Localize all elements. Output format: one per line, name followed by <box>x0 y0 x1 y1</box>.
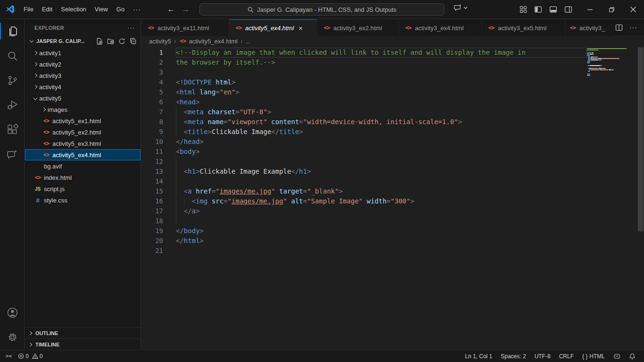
menu-overflow-button[interactable]: ··· <box>129 3 145 16</box>
forward-arrow-button[interactable]: → <box>182 5 190 14</box>
code-line-3[interactable]: 3 <box>141 67 644 77</box>
tab-activity5_ex4.html[interactable]: <>activity5_ex4.html× <box>229 19 317 36</box>
minimap-line <box>587 48 637 49</box>
cursor-position[interactable]: Ln 1, Col 1 <box>461 353 496 360</box>
tree-item-activity4[interactable]: activity4 <box>25 81 140 93</box>
code-line-20[interactable]: 20</html> <box>141 236 644 246</box>
indentation-setting[interactable]: Spaces: 2 <box>497 353 529 360</box>
code-line-21[interactable]: 21 <box>141 246 644 256</box>
copilot-status-icon[interactable] <box>610 353 624 360</box>
tree-item-activity5[interactable]: activity5 <box>25 93 140 104</box>
tab-activity3_ex2.html[interactable]: <>activity3_ex2.html <box>317 19 399 36</box>
toggle-panel-icon[interactable] <box>549 6 557 13</box>
explorer-icon[interactable] <box>0 19 25 43</box>
menu-go[interactable]: Go <box>112 3 129 15</box>
indent-guide <box>184 196 184 206</box>
minimize-button[interactable] <box>579 0 601 19</box>
tab-activity3_[interactable]: <>activity3_ <box>565 19 613 36</box>
code-line-9[interactable]: 9 <title>Clickable Image</title> <box>141 127 644 137</box>
tree-item-activity5_ex4.html[interactable]: <>activity5_ex4.html <box>25 149 140 160</box>
menu-selection[interactable]: Selection <box>57 3 90 15</box>
code-line-14[interactable]: 14 <box>141 177 644 186</box>
line-number: 5 <box>141 87 163 97</box>
code-line-17[interactable]: 17 </a> <box>141 206 644 216</box>
tree-item-activity5_ex2.html[interactable]: <>activity5_ex2.html <box>25 126 140 138</box>
timeline-section-header[interactable]: TIMELINE <box>25 338 140 350</box>
tree-item-activity2[interactable]: activity2 <box>25 59 140 70</box>
code-editor[interactable]: 1<!--Display an image that when clicked … <box>141 46 644 350</box>
tree-item-bg.avif[interactable]: bg.avif <box>25 160 140 172</box>
command-center-search[interactable]: Jasper G. Calipayan - HTML, CSS, and JS … <box>199 3 445 16</box>
customize-layout-icon[interactable] <box>520 6 527 13</box>
code-line-5[interactable]: 5<html lang="en"> <box>141 87 644 97</box>
code-line-19[interactable]: 19</body> <box>141 226 644 236</box>
code-line-10[interactable]: 10</head> <box>141 137 644 147</box>
minimap[interactable] <box>587 48 637 78</box>
encoding-setting[interactable]: UTF-8 <box>531 353 554 360</box>
eol-setting[interactable]: CRLF <box>555 353 578 360</box>
tree-item-activity3[interactable]: activity3 <box>25 70 140 81</box>
tree-item-images[interactable]: images <box>25 104 140 115</box>
split-editor-icon[interactable] <box>615 24 623 31</box>
run-and-debug-icon[interactable] <box>0 93 25 117</box>
tree-item-activity1[interactable]: activity1 <box>25 47 140 59</box>
tree-item-activity5_ex3.html[interactable]: <>activity5_ex3.html <box>25 138 140 149</box>
menu-edit[interactable]: Edit <box>38 3 57 15</box>
accounts-icon[interactable] <box>0 301 25 324</box>
problems-indicator[interactable]: 0 0 <box>17 353 44 360</box>
tab-activity3_ex5.html[interactable]: <>activity3_ex5.html <box>482 19 565 36</box>
language-mode[interactable]: { } HTML <box>578 353 609 360</box>
toggle-primary-sidebar-icon[interactable] <box>534 6 542 13</box>
chat-icon[interactable] <box>0 142 25 166</box>
settings-gear-icon[interactable] <box>0 325 25 349</box>
code-line-7[interactable]: 7 <meta charset="UTF-8"> <box>141 107 644 117</box>
code-line-11[interactable]: 11<body> <box>141 147 644 157</box>
close-tab-icon[interactable]: × <box>298 24 303 32</box>
tree-item-style.css[interactable]: #style.css <box>25 194 140 206</box>
editor-scrollbar[interactable] <box>638 47 644 231</box>
chevron-right-icon <box>33 62 37 66</box>
restore-button[interactable] <box>601 0 622 19</box>
minimap-line <box>587 57 637 58</box>
outline-section-header[interactable]: OUTLINE <box>25 327 140 338</box>
code-line-15[interactable]: 15 <a href="images/me.jpg" target="_blan… <box>141 186 644 196</box>
refresh-icon[interactable] <box>118 38 125 45</box>
explorer-sidebar: EXPLORER ··· JASPER G. CALIP... activity… <box>25 19 141 350</box>
source-control-icon[interactable] <box>0 68 25 92</box>
copilot-button[interactable] <box>454 4 468 12</box>
code-line-18[interactable]: 18 <box>141 216 644 226</box>
close-window-button[interactable] <box>622 0 644 19</box>
explorer-more-actions-button[interactable]: ··· <box>127 24 135 31</box>
code-line-4[interactable]: 4<!DOCTYPE html> <box>141 77 644 87</box>
breadcrumb-folder[interactable]: activity5 <box>149 38 171 45</box>
extensions-icon[interactable] <box>0 118 25 141</box>
code-line-13[interactable]: 13 <h1>Clickable Image Example</h1> <box>141 167 644 177</box>
breadcrumb-file[interactable]: activity5_ex4.html <box>189 38 238 45</box>
notifications-bell-icon[interactable] <box>625 353 639 360</box>
menu-file[interactable]: File <box>19 3 38 15</box>
code-line-12[interactable]: 12 <box>141 157 644 167</box>
search-sidebar-icon[interactable] <box>0 44 25 67</box>
code-line-8[interactable]: 8 <meta name="viewport" content="width=d… <box>141 117 644 127</box>
code-line-16[interactable]: 16 <img src="images/me.jpg" alt="Sample … <box>141 196 644 206</box>
breadcrumb[interactable]: activity5 › <> activity5_ex4.html › ... <box>141 36 644 46</box>
editor-more-actions-button[interactable]: ··· <box>629 24 637 31</box>
tab-activity3_ex4.html[interactable]: <>activity3_ex4.html <box>399 19 482 36</box>
code-line-1[interactable]: 1<!--Display an image that when clicked … <box>141 48 644 58</box>
back-arrow-button[interactable]: ← <box>167 5 175 14</box>
tree-item-label: images <box>48 106 67 113</box>
remote-window-icon[interactable]: >< <box>3 353 15 359</box>
tree-item-activity5_ex1.html[interactable]: <>activity5_ex1.html <box>25 115 140 126</box>
tree-item-index.html[interactable]: <>index.html <box>25 172 140 183</box>
code-line-2[interactable]: 2the browser by itself.--> <box>141 58 644 67</box>
tree-item-script.js[interactable]: JSscript.js <box>25 183 140 194</box>
breadcrumb-more[interactable]: ... <box>246 38 251 45</box>
new-file-icon[interactable] <box>96 38 103 45</box>
collapse-folders-icon[interactable] <box>130 38 137 45</box>
project-folder-header[interactable]: JASPER G. CALIP... <box>25 36 140 46</box>
new-folder-icon[interactable] <box>107 38 114 45</box>
toggle-secondary-sidebar-icon[interactable] <box>564 6 572 13</box>
tab-activity3_ex11.html[interactable]: <>activity3_ex11.html <box>141 19 229 36</box>
menu-view[interactable]: View <box>91 3 112 15</box>
code-line-6[interactable]: 6<head> <box>141 97 644 107</box>
